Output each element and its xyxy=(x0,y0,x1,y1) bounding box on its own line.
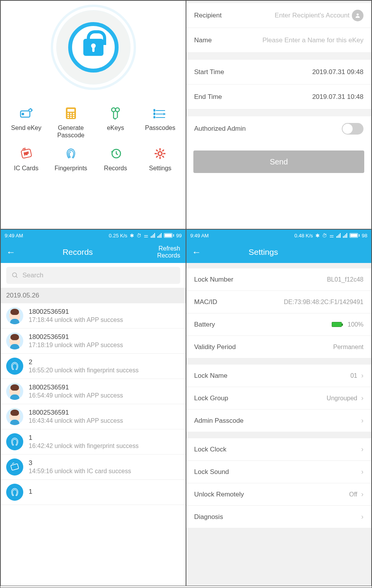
recipient-row[interactable]: Recipient Enter Recipient's Account xyxy=(186,3,371,28)
svg-rect-7 xyxy=(67,115,69,116)
record-detail: 17:18:19 unlock with APP success xyxy=(29,342,123,349)
svg-rect-5 xyxy=(70,113,72,114)
fingerprints-button[interactable]: Fingerprints xyxy=(48,146,93,172)
icon-label: Send eKey xyxy=(11,124,41,131)
nav-bar: ← Settings xyxy=(186,241,371,263)
record-row[interactable]: 1800253659116:54:49 unlock with APP succ… xyxy=(1,379,186,404)
passcodes-button[interactable]: 369 Passcodes xyxy=(138,105,183,139)
send-button[interactable]: Send xyxy=(193,150,364,173)
settings-row-unlock-remotely[interactable]: Unlock Remotely Off› xyxy=(186,483,371,506)
record-detail: 16:42:42 unlock with fingerprint success xyxy=(29,443,139,450)
battery-icon xyxy=(332,322,342,327)
settings-label: Lock Clock xyxy=(194,446,226,453)
settings-value: 100% xyxy=(332,321,363,328)
send-ekey-panel: Recipient Enter Recipient's Account Name… xyxy=(186,0,372,229)
settings-row-battery: Battery 100% xyxy=(186,313,371,336)
svg-text:6: 6 xyxy=(153,112,155,116)
settings-row-lock-sound[interactable]: Lock Sound › xyxy=(186,461,371,483)
name-input[interactable]: Please Enter a Name for this eKey xyxy=(217,36,363,44)
alarm-icon: ⏱ xyxy=(322,233,327,239)
settings-value: › xyxy=(361,445,363,453)
settings-label: Unlock Remotely xyxy=(194,491,244,498)
settings-value: Off› xyxy=(349,490,363,498)
send-ekey-button[interactable]: Send eKey xyxy=(4,105,48,139)
settings-row-lock-name[interactable]: Lock Name 01› xyxy=(186,365,371,387)
settings-button[interactable]: Settings xyxy=(138,146,183,172)
settings-value: 01› xyxy=(350,372,363,380)
name-label: Name xyxy=(194,36,212,44)
battery-icon xyxy=(164,233,174,238)
bluetooth-icon: ✱ xyxy=(315,233,320,239)
settings-row-admin-passcode[interactable]: Admin Passcode › xyxy=(186,410,371,432)
settings-label: Admin Passcode xyxy=(194,417,244,425)
send-ekey-icon xyxy=(19,105,34,121)
lock-icon xyxy=(83,39,103,56)
settings-value: Permanent xyxy=(333,344,363,351)
home-panel: Send eKey GeneratePasscode eKeys369 Pass… xyxy=(0,0,186,229)
settings-row-lock-group[interactable]: Lock Group Ungrouped› xyxy=(186,387,371,410)
bluetooth-icon: ✱ xyxy=(130,233,134,239)
record-row[interactable]: 1800253659116:43:44 unlock with APP succ… xyxy=(1,404,186,429)
record-title: 18002536591 xyxy=(29,409,123,417)
svg-text:RF: RF xyxy=(24,151,29,156)
back-button[interactable]: ← xyxy=(192,247,207,258)
icon-label: Passcodes xyxy=(145,124,175,131)
name-row[interactable]: Name Please Enter a Name for this eKey xyxy=(186,28,371,53)
settings-value: BL01_f12c48 xyxy=(327,276,363,283)
recipient-input[interactable]: Enter Recipient's Account xyxy=(227,12,350,19)
svg-rect-8 xyxy=(70,115,72,116)
record-row[interactable]: 1800253659117:18:44 unlock with APP succ… xyxy=(1,303,186,329)
svg-point-13 xyxy=(112,108,115,112)
generate-passcode-button[interactable]: GeneratePasscode xyxy=(48,105,93,139)
icon-label: eKeys xyxy=(107,124,124,131)
record-detail: 14:59:16 unlock with IC card success xyxy=(29,468,131,475)
settings-label: Lock Group xyxy=(194,394,228,402)
refresh-button[interactable]: Refresh Records xyxy=(134,245,180,259)
signal-icon xyxy=(151,233,155,238)
admin-toggle[interactable] xyxy=(342,123,363,135)
svg-point-24 xyxy=(158,152,162,156)
settings-row-diagnosis[interactable]: Diagnosis › xyxy=(186,506,371,528)
battery-icon xyxy=(350,233,360,238)
svg-rect-12 xyxy=(73,117,74,118)
settings-label: Diagnosis xyxy=(194,513,223,521)
records-button[interactable]: Records xyxy=(93,146,138,172)
alarm-icon: ⏱ xyxy=(136,233,141,239)
page-title: Settings xyxy=(207,247,319,257)
record-row[interactable]: 216:55:20 unlock with fingerprint succes… xyxy=(1,354,186,379)
search-input[interactable]: Search xyxy=(6,267,180,284)
lock-button[interactable] xyxy=(1,1,186,102)
record-row[interactable]: 1800253659117:18:19 unlock with APP succ… xyxy=(1,329,186,354)
record-title: 18002536591 xyxy=(29,333,123,341)
record-detail: 16:54:49 unlock with APP success xyxy=(29,392,123,399)
settings-label: MAC/ID xyxy=(194,298,217,306)
start-time-row[interactable]: Start Time 2019.07.31 09:48 xyxy=(186,60,371,85)
settings-label: Battery xyxy=(194,321,215,329)
settings-row-lock-number: Lock Number BL01_f12c48 xyxy=(186,268,371,291)
record-detail: 17:18:44 unlock with APP success xyxy=(29,316,123,323)
record-row[interactable]: 314:59:16 unlock with IC card success xyxy=(1,455,186,480)
settings-row-validity-period: Validity Period Permanent xyxy=(186,336,371,358)
chevron-right-icon: › xyxy=(361,417,363,425)
ic-cards-button[interactable]: RF IC Cards xyxy=(4,146,48,172)
svg-point-14 xyxy=(115,108,119,112)
wifi-icon: ⚌ xyxy=(144,233,148,239)
fingerprint-icon xyxy=(6,484,23,501)
generate-passcode-icon xyxy=(63,105,79,121)
ekeys-button[interactable]: eKeys xyxy=(93,105,138,139)
record-title: 1 xyxy=(29,434,139,442)
fingerprints-icon xyxy=(63,146,79,161)
svg-line-35 xyxy=(16,276,17,278)
settings-row-lock-clock[interactable]: Lock Clock › xyxy=(186,438,371,461)
end-time-row[interactable]: End Time 2019.07.31 10:48 xyxy=(186,85,371,109)
settings-value: DE:73:9B:48:2C:F1/1429491 xyxy=(284,299,363,306)
record-row[interactable]: 116:42:42 unlock with fingerprint succes… xyxy=(1,429,186,455)
record-title: 18002536591 xyxy=(29,384,123,391)
record-title: 2 xyxy=(29,358,139,366)
contact-icon[interactable] xyxy=(352,10,363,21)
signal-icon xyxy=(336,233,341,238)
avatar xyxy=(6,383,23,400)
back-button[interactable]: ← xyxy=(6,247,22,258)
record-row[interactable]: 1 xyxy=(1,480,186,505)
svg-rect-36 xyxy=(11,463,19,470)
